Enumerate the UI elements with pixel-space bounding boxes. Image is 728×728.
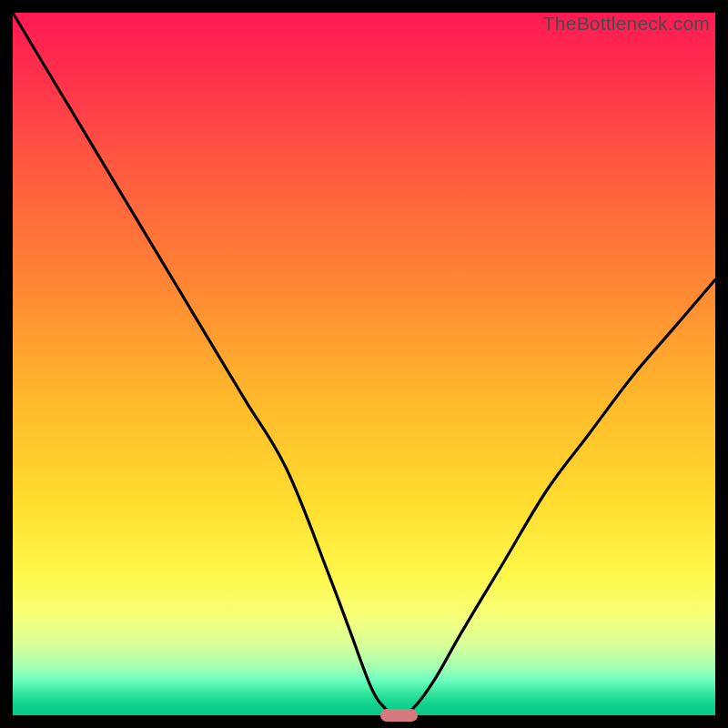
chart-frame: TheBottleneck.com	[0, 0, 728, 728]
optimum-marker	[380, 709, 419, 722]
bottleneck-curve-path	[13, 13, 715, 715]
bottleneck-curve	[13, 13, 715, 715]
chart-plot-area: TheBottleneck.com	[13, 13, 715, 715]
